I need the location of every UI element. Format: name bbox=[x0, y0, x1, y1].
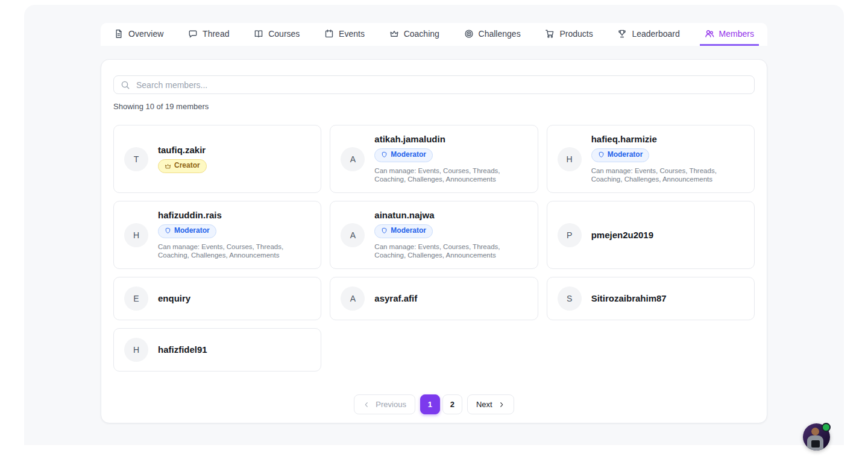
avatar: T bbox=[124, 147, 148, 171]
member-name: hafieq.harmizie bbox=[591, 134, 744, 145]
app-window: Overview Thread Courses Events Coaching … bbox=[24, 5, 844, 445]
badge-label: Moderator bbox=[391, 227, 426, 235]
chevron-right-icon bbox=[498, 401, 505, 408]
community-tabbar: Overview Thread Courses Events Coaching … bbox=[101, 23, 767, 46]
member-permissions: Can manage: Events, Courses, Threads, Co… bbox=[374, 242, 527, 260]
trophy-icon bbox=[617, 29, 627, 39]
badge-label: Moderator bbox=[174, 227, 210, 235]
member-permissions: Can manage: Events, Courses, Threads, Co… bbox=[591, 166, 744, 184]
tab-challenges[interactable]: Challenges bbox=[459, 23, 526, 46]
book-icon bbox=[254, 29, 263, 39]
next-label: Next bbox=[476, 400, 492, 409]
member-name: ainatun.najwa bbox=[374, 210, 527, 221]
badge-label: Moderator bbox=[608, 151, 643, 159]
crown-icon bbox=[165, 163, 171, 169]
tab-label: Events bbox=[339, 29, 365, 39]
avatar: P bbox=[558, 223, 582, 247]
page-button-1[interactable]: 1 bbox=[420, 394, 440, 414]
page-button-2[interactable]: 2 bbox=[442, 394, 462, 414]
members-grid: T taufiq.zakir Creator A atikah.jamaludi… bbox=[113, 125, 755, 372]
search-icon bbox=[121, 80, 130, 90]
tab-label: Courses bbox=[268, 29, 300, 39]
tab-label: Challenges bbox=[479, 29, 521, 39]
member-name: hafizuddin.rais bbox=[158, 210, 310, 221]
tab-label: Members bbox=[719, 29, 754, 39]
moderator-badge: Moderator bbox=[374, 148, 433, 162]
avatar: A bbox=[341, 286, 365, 311]
members-panel: Showing 10 of 19 members T taufiq.zakir … bbox=[101, 59, 767, 423]
member-name: Sitirozaibrahim87 bbox=[591, 293, 667, 304]
member-name: atikah.jamaludin bbox=[374, 134, 527, 145]
tab-label: Products bbox=[559, 29, 593, 39]
member-name: pmejen2u2019 bbox=[591, 230, 653, 241]
tab-label: Leaderboard bbox=[632, 29, 679, 39]
badge-label: Creator bbox=[174, 162, 200, 169]
target-icon bbox=[464, 29, 474, 39]
tab-thread[interactable]: Thread bbox=[183, 23, 234, 46]
previous-label: Previous bbox=[376, 400, 406, 409]
creator-badge: Creator bbox=[158, 159, 207, 172]
tab-label: Coaching bbox=[404, 29, 439, 39]
shield-icon bbox=[165, 227, 171, 234]
member-name: hafizfidel91 bbox=[158, 344, 207, 355]
member-name: taufiq.zakir bbox=[158, 145, 207, 156]
avatar: H bbox=[124, 223, 148, 247]
member-card[interactable]: T taufiq.zakir Creator bbox=[113, 125, 321, 193]
chevron-left-icon bbox=[363, 401, 370, 408]
member-card[interactable]: E enquiry bbox=[113, 277, 321, 320]
avatar: E bbox=[124, 286, 148, 311]
tab-members[interactable]: Members bbox=[700, 23, 759, 46]
member-name: asyraf.afif bbox=[374, 293, 417, 304]
avatar: A bbox=[341, 223, 365, 247]
users-icon bbox=[705, 29, 714, 39]
shield-icon bbox=[381, 151, 388, 158]
pagination: Previous 1 2 Next bbox=[113, 394, 755, 414]
members-count-summary: Showing 10 of 19 members bbox=[113, 102, 755, 111]
moderator-badge: Moderator bbox=[591, 148, 650, 162]
avatar: S bbox=[558, 286, 582, 311]
tab-label: Overview bbox=[128, 29, 163, 39]
online-status-dot bbox=[822, 423, 831, 432]
chat-icon bbox=[188, 29, 198, 39]
tab-events[interactable]: Events bbox=[319, 23, 370, 46]
search-input[interactable] bbox=[136, 80, 747, 90]
shield-icon bbox=[598, 151, 605, 158]
cart-icon bbox=[545, 29, 555, 39]
member-card[interactable]: A atikah.jamaludin Moderator Can manage:… bbox=[330, 125, 538, 193]
avatar: H bbox=[124, 338, 148, 362]
avatar: H bbox=[558, 147, 582, 171]
tab-products[interactable]: Products bbox=[540, 23, 597, 46]
member-card[interactable]: H hafizfidel91 bbox=[113, 328, 321, 372]
search-box bbox=[113, 75, 755, 94]
tab-leaderboard[interactable]: Leaderboard bbox=[612, 23, 684, 46]
tab-coaching[interactable]: Coaching bbox=[385, 23, 444, 46]
member-card[interactable]: S Sitirozaibrahim87 bbox=[547, 277, 755, 320]
document-icon bbox=[114, 29, 124, 39]
badge-label: Moderator bbox=[391, 151, 426, 159]
member-card[interactable]: A asyraf.afif bbox=[330, 277, 538, 320]
page-numbers: 1 2 bbox=[420, 394, 462, 414]
member-permissions: Can manage: Events, Courses, Threads, Co… bbox=[158, 242, 310, 260]
crown-icon bbox=[389, 29, 399, 39]
calendar-icon bbox=[324, 29, 334, 39]
shield-icon bbox=[381, 227, 388, 234]
tab-label: Thread bbox=[203, 29, 229, 39]
previous-page-button[interactable]: Previous bbox=[354, 394, 415, 414]
user-avatar-button[interactable] bbox=[803, 423, 830, 451]
member-name: enquiry bbox=[158, 293, 190, 304]
member-card[interactable]: H hafieq.harmizie Moderator Can manage: … bbox=[547, 125, 755, 193]
member-card[interactable]: A ainatun.najwa Moderator Can manage: Ev… bbox=[330, 201, 538, 269]
member-permissions: Can manage: Events, Courses, Threads, Co… bbox=[374, 166, 527, 184]
avatar: A bbox=[341, 147, 365, 171]
moderator-badge: Moderator bbox=[158, 224, 216, 238]
tab-overview[interactable]: Overview bbox=[109, 23, 168, 46]
moderator-badge: Moderator bbox=[374, 224, 433, 238]
next-page-button[interactable]: Next bbox=[467, 394, 514, 414]
member-card[interactable]: H hafizuddin.rais Moderator Can manage: … bbox=[113, 201, 321, 269]
member-card[interactable]: P pmejen2u2019 bbox=[547, 201, 755, 269]
tab-courses[interactable]: Courses bbox=[249, 23, 304, 46]
